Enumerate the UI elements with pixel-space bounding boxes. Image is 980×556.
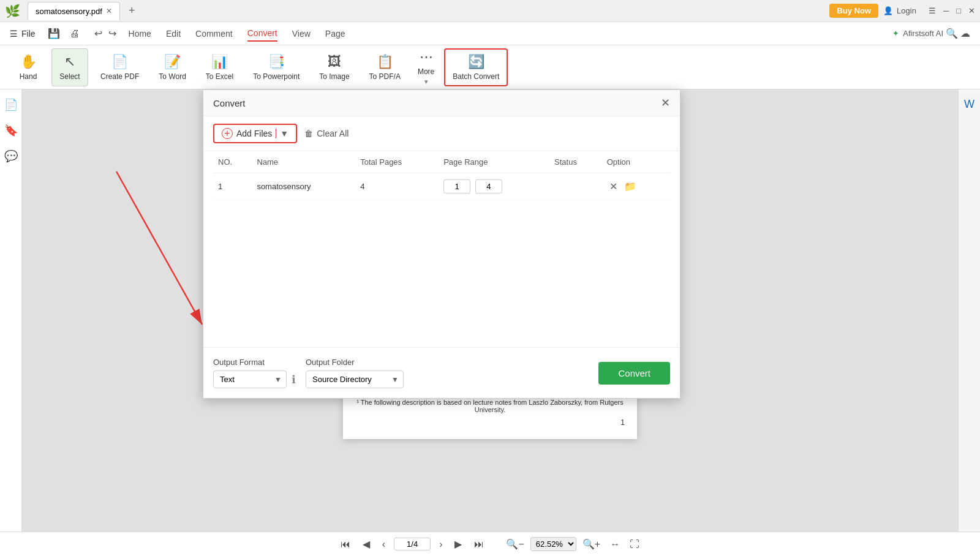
col-name: Name [252,151,355,173]
dialog-footer: Output Format Text Word Excel Powerpoint… [203,347,680,398]
convert-dialog: Convert ✕ + Add Files ▼ 🗑 Clear All NO. … [203,89,680,399]
undo-redo: ↩ ↪ [92,26,119,40]
maximize-button[interactable]: □ [956,6,961,15]
hand-label: Hand [20,72,37,81]
to-word-icon: 📝 [164,54,181,70]
file-menu[interactable]: ☰ File [10,29,36,39]
cloud-button[interactable]: ☁ [960,28,970,39]
convert-button[interactable]: Convert [598,362,670,385]
to-word-button[interactable]: 📝 To Word [151,48,193,86]
to-pdfa-button[interactable]: 📋 To PDF/A [362,48,408,86]
sidebar-pages-icon[interactable]: 📄 [1,94,21,115]
dialog-overlay: Convert ✕ + Add Files ▼ 🗑 Clear All NO. … [22,89,958,532]
zoom-in-button[interactable]: 🔍+ [579,536,604,552]
minimize-button[interactable]: ─ [943,6,949,15]
add-files-label: Add Files [236,129,272,138]
tab-convert[interactable]: Convert [247,26,277,42]
create-pdf-button[interactable]: 📄 Create PDF [93,48,146,86]
last-page-button[interactable]: ⏭ [470,536,488,552]
add-files-button[interactable]: + Add Files ▼ [213,124,297,143]
hand-tool-button[interactable]: ✋ Hand [10,48,47,86]
tab-edit[interactable]: Edit [166,26,181,41]
login-label[interactable]: Login [897,6,916,15]
select-tool-button[interactable]: ↖ Select [51,48,88,86]
login-area: 👤 Login [883,6,916,15]
col-no: NO. [213,151,252,173]
output-format-label: Output Format [213,358,296,367]
titlebar: 🌿 somatosensory.pdf ✕ + Buy Now 👤 Login … [0,0,980,22]
clear-all-icon: 🗑 [304,129,313,138]
fit-width-button[interactable]: ↔ [606,536,624,552]
dialog-titlebar: Convert ✕ [203,90,680,116]
fit-page-button[interactable]: ⛶ [626,536,643,552]
to-powerpoint-label: To Powerpoint [253,72,300,81]
bottom-bar: ⏮ ◀ ‹ › ▶ ⏭ 🔍− 62.52% 50% 75% 100% 125% … [0,532,980,556]
next-page-button[interactable]: › [435,536,446,552]
print-button[interactable]: 🖨 [67,26,82,40]
hamburger-icon[interactable]: ☰ [929,6,936,15]
tab-close-icon[interactable]: ✕ [106,7,112,15]
col-status: Status [549,151,602,173]
to-excel-button[interactable]: 📊 To Excel [198,48,241,86]
dialog-toolbar: + Add Files ▼ 🗑 Clear All [203,116,680,151]
next-page-button2[interactable]: ▶ [451,536,466,552]
close-button[interactable]: ✕ [968,6,975,15]
undo-button[interactable]: ↩ [92,26,105,40]
more-label: More [418,67,434,76]
page-to-input[interactable] [475,179,502,193]
menubar: ☰ File 💾 🖨 ↩ ↪ Home Edit Comment Convert… [0,22,980,45]
dialog-close-button[interactable]: ✕ [661,96,670,110]
left-sidebar: 📄 🔖 💬 [0,89,22,532]
tab-view[interactable]: View [292,26,311,41]
right-word-icon[interactable]: W [960,94,978,115]
prev-page-button[interactable]: ◀ [359,536,374,552]
to-pdfa-label: To PDF/A [369,72,401,81]
add-tab-button[interactable]: + [125,4,139,17]
redo-button[interactable]: ↪ [106,26,119,40]
select-label: Select [59,72,80,81]
sidebar-comment-icon[interactable]: 💬 [1,146,21,167]
row-folder-button[interactable]: 📁 [622,179,639,193]
first-page-button[interactable]: ⏮ [337,536,354,552]
row-name: somatosensory [252,173,355,200]
tab-home[interactable]: Home [129,26,151,41]
buy-now-button[interactable]: Buy Now [829,4,878,18]
page-input[interactable] [394,538,431,550]
search-button[interactable]: 🔍 [946,28,958,39]
col-page-range: Page Range [439,151,549,173]
hamburger-menu-icon: ☰ [10,29,18,39]
to-image-button[interactable]: 🖼 To Image [312,48,356,86]
row-delete-button[interactable]: ✕ [607,179,620,193]
sidebar-bookmark-icon[interactable]: 🔖 [1,120,21,141]
row-total-pages: 4 [355,173,439,200]
more-button[interactable]: ⋯ More ▼ [413,48,439,86]
batch-convert-button[interactable]: 🔄 Batch Convert [444,48,508,86]
output-format-info-button[interactable]: ℹ [292,373,296,386]
output-format-select[interactable]: Text Word Excel Powerpoint Image [213,370,287,388]
create-pdf-label: Create PDF [100,72,139,81]
zoom-out-button[interactable]: 🔍− [502,536,527,552]
tab-page[interactable]: Page [325,26,345,41]
table-row: 1 somatosensory 4 ✕ 📁 [213,173,670,200]
add-files-plus-icon: + [222,128,233,139]
user-icon: 👤 [883,6,893,15]
to-powerpoint-button[interactable]: 📑 To Powerpoint [246,48,307,86]
create-pdf-icon: 📄 [111,54,128,70]
row-status [549,173,602,200]
quick-access-icons: 💾 🖨 [45,26,82,40]
zoom-select[interactable]: 62.52% 50% 75% 100% 125% 150% [530,537,576,551]
add-files-dropdown-icon[interactable]: ▼ [276,129,288,138]
active-tab[interactable]: somatosensory.pdf ✕ [28,2,120,20]
output-folder-select-wrap: Source Directory Custom ▼ [306,370,404,388]
ai-section: ✦ Afirstsoft AI [892,29,943,38]
more-icon: ⋯ [420,49,433,65]
zoom-section: 🔍− 62.52% 50% 75% 100% 125% 150% 🔍+ ↔ ⛶ [502,536,643,552]
prev-page-button2[interactable]: ‹ [379,536,389,552]
clear-all-button[interactable]: 🗑 Clear All [304,129,349,138]
page-from-input[interactable] [443,179,470,193]
save-button[interactable]: 💾 [45,26,62,40]
row-page-range [439,173,549,200]
file-menu-label: File [21,29,36,39]
output-folder-select[interactable]: Source Directory Custom [306,370,404,388]
tab-comment[interactable]: Comment [195,26,233,41]
